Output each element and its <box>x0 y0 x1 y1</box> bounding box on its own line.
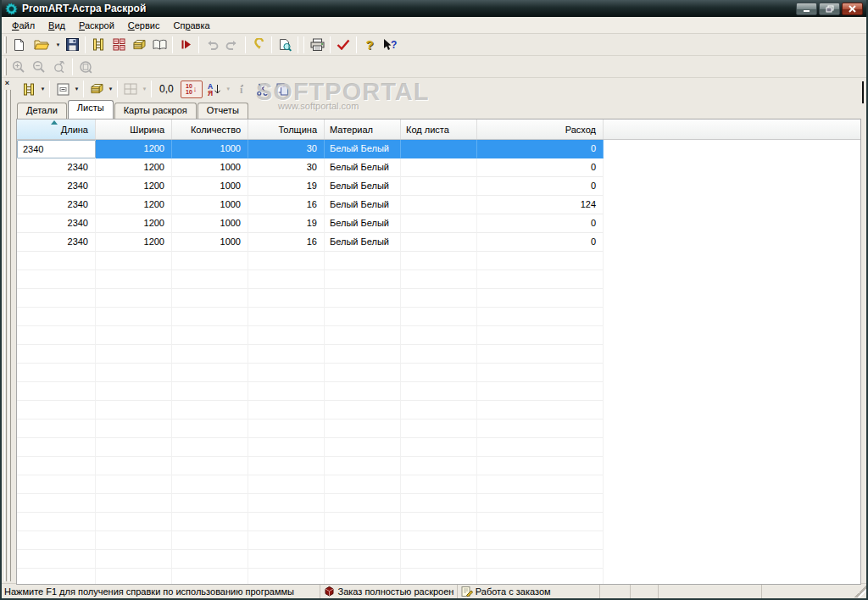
column-header-5[interactable]: Код листа <box>401 119 477 139</box>
table-cell[interactable]: 19 <box>248 214 325 233</box>
empty-table-row[interactable] <box>17 569 860 585</box>
table-cell[interactable]: 0 <box>477 233 604 252</box>
empty-table-row[interactable] <box>17 419 860 438</box>
details-view-button[interactable] <box>88 35 108 54</box>
restore-hook-button[interactable] <box>248 35 269 54</box>
table-cell[interactable]: 16 <box>248 196 325 214</box>
tab-reports[interactable]: Отчеты <box>198 103 248 119</box>
tab-details[interactable]: Детали <box>17 103 67 119</box>
empty-table-row[interactable] <box>17 345 860 364</box>
material-button[interactable] <box>86 80 107 99</box>
sheets-view-button[interactable] <box>108 35 129 54</box>
table-cell[interactable]: 0 <box>477 140 604 158</box>
empty-table-row[interactable] <box>17 401 860 419</box>
table-cell[interactable]: 2340 <box>17 196 96 214</box>
table-cell[interactable]: Белый Белый <box>325 177 401 196</box>
card-style-dropdown-arrow[interactable]: ▼ <box>73 86 81 92</box>
empty-table-row[interactable] <box>17 308 860 326</box>
empty-table-row[interactable] <box>17 382 860 401</box>
run-button[interactable] <box>175 35 196 54</box>
menu-help[interactable]: Справка <box>166 19 216 32</box>
column-header-2[interactable]: Количество <box>172 119 248 139</box>
dock-grip[interactable] <box>8 90 11 581</box>
empty-table-row[interactable] <box>17 550 860 569</box>
material-dropdown-arrow[interactable]: ▼ <box>107 86 114 92</box>
catalog-book-button[interactable] <box>149 35 170 54</box>
sort-button[interactable]: АЯ <box>204 80 225 99</box>
table-cell[interactable]: 1200 <box>96 214 172 233</box>
restore-button[interactable] <box>819 3 840 15</box>
empty-table-row[interactable] <box>17 457 860 475</box>
open-button[interactable] <box>29 35 54 54</box>
check-button[interactable] <box>333 35 353 54</box>
table-cell[interactable]: Белый Белый <box>325 140 401 158</box>
table-cell[interactable]: 16 <box>248 233 325 252</box>
empty-table-row[interactable] <box>17 531 860 550</box>
empty-table-row[interactable] <box>17 252 860 270</box>
help-button[interactable]: ? <box>359 35 380 54</box>
column-header-6[interactable]: Расход <box>477 119 604 139</box>
table-cell[interactable]: 2340 <box>17 140 96 158</box>
precision-toggle-button[interactable]: 1010 ↓ <box>181 81 203 98</box>
dock-grip[interactable] <box>4 90 7 581</box>
table-cell[interactable]: Белый Белый <box>325 233 401 252</box>
empty-table-row[interactable] <box>17 326 860 345</box>
table-cell[interactable]: 124 <box>477 196 604 214</box>
column-header-1[interactable]: Ширина <box>96 119 172 139</box>
table-cell[interactable]: 1000 <box>172 196 248 214</box>
menu-view[interactable]: Вид <box>42 19 72 32</box>
table-cell[interactable]: 2340 <box>17 233 96 252</box>
table-cell[interactable]: 30 <box>248 140 325 158</box>
table-cell[interactable]: 1200 <box>96 140 172 158</box>
open-dropdown-arrow[interactable]: ▼ <box>54 42 62 47</box>
empty-table-row[interactable] <box>17 289 860 308</box>
empty-table-row[interactable] <box>17 364 860 382</box>
menu-service[interactable]: Сервис <box>121 19 167 32</box>
empty-table-row[interactable] <box>17 513 860 531</box>
table-row[interactable]: 23401200100030Белый Белый0 <box>17 158 860 177</box>
tab-sheets[interactable]: Листы <box>68 100 114 119</box>
table-cell[interactable]: 0 <box>477 158 604 177</box>
empty-table-row[interactable] <box>17 475 860 494</box>
table-cell[interactable]: 1000 <box>172 214 248 233</box>
toolbar-grip[interactable] <box>4 58 7 75</box>
table-cell[interactable]: 1000 <box>172 233 248 252</box>
print-button[interactable] <box>307 35 327 54</box>
resize-grip-icon[interactable] <box>854 586 866 597</box>
table-cell[interactable]: 1200 <box>96 158 172 177</box>
card-style-button[interactable] <box>53 80 73 99</box>
table-cell[interactable] <box>401 177 477 196</box>
close-button[interactable] <box>842 3 863 15</box>
table-cell[interactable]: 2340 <box>17 177 96 196</box>
menu-cutting[interactable]: Раскрой <box>72 19 121 32</box>
layouts-view-button[interactable] <box>129 35 149 54</box>
table-row[interactable]: 23401200100019Белый Белый0 <box>17 214 860 233</box>
table-row[interactable]: 23401200100016Белый Белый0 <box>17 233 860 252</box>
table-cell[interactable]: 2340 <box>17 158 96 177</box>
table-cell[interactable]: 1000 <box>172 140 248 158</box>
table-cell[interactable]: 2340 <box>17 214 96 233</box>
print-preview-button[interactable] <box>275 35 295 54</box>
empty-table-row[interactable] <box>17 270 860 289</box>
table-cell[interactable]: 0 <box>477 214 604 233</box>
column-header-0[interactable]: Длина <box>17 119 96 139</box>
table-cell[interactable] <box>401 214 477 233</box>
new-document-button[interactable] <box>8 35 29 54</box>
table-cell[interactable] <box>401 233 477 252</box>
table-cell[interactable]: 1000 <box>172 177 248 196</box>
table-cell[interactable]: 0 <box>477 177 604 196</box>
table-cell[interactable]: 30 <box>248 158 325 177</box>
empty-table-row[interactable] <box>17 494 860 513</box>
table-row[interactable]: 23401200100016Белый Белый124 <box>17 196 860 214</box>
save-button[interactable] <box>62 35 82 54</box>
context-help-button[interactable]: ? <box>380 35 400 54</box>
table-cell[interactable]: 1000 <box>172 158 248 177</box>
toolbar-grip[interactable] <box>4 36 7 53</box>
table-row[interactable]: 23401200100030Белый Белый0 <box>17 140 860 158</box>
table-cell[interactable]: 1200 <box>96 177 172 196</box>
column-header-3[interactable]: Толщина <box>248 119 325 139</box>
table-cell[interactable]: Белый Белый <box>325 214 401 233</box>
table-cell[interactable]: 1200 <box>96 196 172 214</box>
table-cell[interactable]: Белый Белый <box>325 196 401 214</box>
empty-table-row[interactable] <box>17 438 860 457</box>
